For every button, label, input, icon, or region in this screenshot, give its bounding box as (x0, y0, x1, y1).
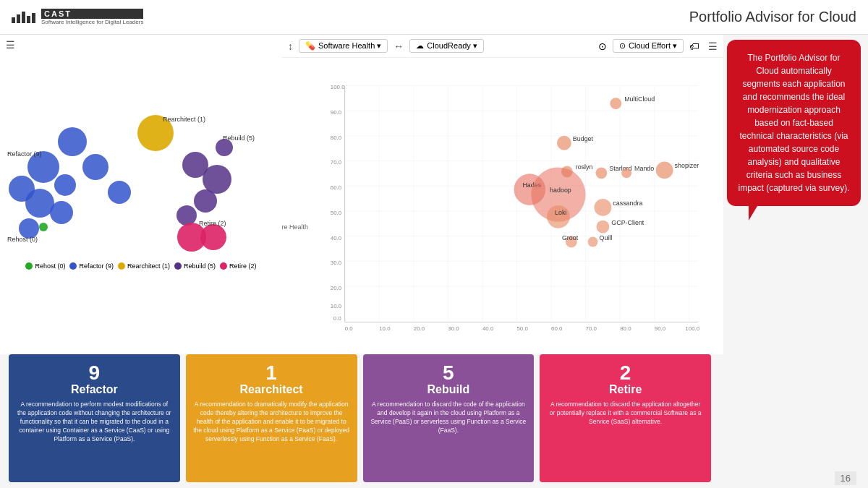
svg-text:cassandra: cassandra (613, 200, 642, 207)
card-refactor: 9 Refactor A recommendation to perform m… (9, 354, 180, 482)
card-rearchitect-number: 1 (265, 363, 277, 383)
svg-text:MultiCloud: MultiCloud (624, 95, 655, 103)
legend-rebuild: Rebuild (5) (174, 262, 216, 270)
cast-logo: CAST (41, 9, 143, 19)
svg-text:Loki: Loki (555, 209, 566, 216)
svg-text:10.0: 10.0 (331, 303, 342, 309)
legend-label-rehost: Rehost (0) (35, 262, 65, 270)
bubble-refactor-8 (9, 176, 35, 202)
svg-text:80.0: 80.0 (620, 325, 631, 332)
legend-rehost: Rehost (0) (25, 262, 65, 270)
bubble-refactor-2 (58, 127, 87, 156)
svg-text:30.0: 30.0 (448, 325, 459, 332)
tag-icon[interactable]: 🏷 (689, 40, 699, 52)
y-axis-label: Software Health (282, 223, 308, 231)
y-axis-arrow-icon: ↕ (288, 40, 293, 52)
svg-text:0.0: 0.0 (345, 325, 354, 332)
svg-text:30.0: 30.0 (331, 260, 342, 266)
svg-text:70.0: 70.0 (586, 325, 597, 332)
header: CAST Software Intelligence for Digital L… (0, 0, 868, 35)
logo-bars-icon (12, 12, 35, 23)
bar1 (12, 17, 15, 23)
left-panel-menu-icon[interactable]: ☰ (6, 39, 15, 51)
callout-box: The Portfolio Advisor for Cloud automati… (727, 40, 861, 206)
bubble-rebuild-3 (194, 189, 217, 213)
health-icon: 💊 (305, 41, 315, 51)
legend-refactor: Refactor (9) (69, 262, 114, 270)
scatter-mando (621, 168, 631, 178)
scatter-plot-area: Software Health 100.0 90.0 80.0 70.0 60.… (282, 58, 723, 350)
x-axis-arrow-icon: ↔ (393, 40, 404, 52)
svg-text:GCP-Client: GCP-Client (611, 219, 644, 226)
card-retire-title: Retire (609, 383, 642, 396)
scatter-budget (557, 136, 571, 150)
svg-text:40.0: 40.0 (482, 325, 494, 332)
svg-text:50.0: 50.0 (516, 325, 528, 332)
bubble-retire-2 (200, 224, 226, 250)
logo-area: CAST Software Intelligence for Digital L… (12, 9, 143, 25)
card-refactor-number: 9 (89, 363, 101, 383)
software-health-button[interactable]: 💊 Software Health ▾ (299, 39, 388, 53)
card-refactor-title: Refactor (71, 383, 118, 396)
label-rearchitect: Rearchitect (1) (163, 116, 205, 123)
svg-text:roslyn: roslyn (576, 163, 593, 171)
label-retire: Retire (2) (199, 220, 226, 227)
cast-tagline: Software Intelligence for Digital Leader… (41, 19, 143, 25)
legend-label-rearchitect: Rearchitect (1) (127, 262, 170, 270)
svg-text:Mando: Mando (634, 165, 654, 172)
card-rearchitect-desc: A recommendation to dramatically modify … (193, 401, 350, 443)
scatter-shopizer (656, 161, 673, 179)
bar5 (32, 13, 35, 23)
scatter-toolbar: ↕ 💊 Software Health ▾ ↔ ☁ CloudReady ▾ ⊙… (282, 35, 723, 58)
left-panel: ☰ Rearchit (0, 35, 282, 354)
svg-text:100.0: 100.0 (685, 325, 699, 332)
svg-text:shopizer: shopizer (675, 162, 699, 169)
svg-text:Quill: Quill (599, 234, 612, 241)
bubble-refactor-9 (108, 181, 131, 204)
bar2 (17, 14, 20, 23)
card-retire-number: 2 (620, 363, 631, 383)
cards-area: 9 Refactor A recommendation to perform m… (0, 354, 720, 488)
bar3 (22, 12, 25, 23)
card-rebuild-desc: A recommendation to discard the code of … (370, 401, 527, 435)
legend-dot-rebuild (174, 262, 182, 270)
label-rehost: Rehost (0) (7, 236, 38, 243)
svg-text:20.0: 20.0 (331, 285, 342, 291)
svg-text:Budget: Budget (573, 135, 594, 142)
legend-rearchitect: Rearchitect (1) (118, 262, 170, 270)
svg-text:hadoop: hadoop (550, 187, 571, 194)
card-refactor-desc: A recommendation to perform modest modif… (16, 401, 173, 443)
bubble-refactor-3 (82, 154, 109, 180)
svg-text:0.0: 0.0 (333, 316, 342, 322)
svg-text:90.0: 90.0 (655, 325, 666, 332)
card-rearchitect-title: Rearchitect (240, 383, 303, 396)
legend-dot-rearchitect (118, 262, 125, 270)
svg-text:80.0: 80.0 (331, 134, 342, 141)
target-icon: ⊙ (598, 40, 607, 52)
scatter-svg: 100.0 90.0 80.0 70.0 60.0 50.0 40.0 30.0… (315, 65, 716, 335)
scatter-gcp-client (596, 221, 609, 234)
cloud-effort-button[interactable]: ⊙ Cloud Effort ▾ (613, 39, 684, 53)
svg-text:20.0: 20.0 (414, 325, 425, 332)
cloudready-button[interactable]: ☁ CloudReady ▾ (409, 39, 484, 53)
svg-text:100.0: 100.0 (331, 84, 345, 90)
card-rebuild-number: 5 (443, 363, 454, 383)
svg-text:10.0: 10.0 (379, 325, 391, 332)
legend-dot-retire (220, 262, 227, 270)
bar4 (27, 16, 30, 23)
svg-text:60.0: 60.0 (331, 184, 342, 191)
cloud-icon: ☁ (416, 41, 424, 51)
legend-retire: Retire (2) (220, 262, 257, 270)
right-panel: ↕ 💊 Software Health ▾ ↔ ☁ CloudReady ▾ ⊙… (282, 35, 723, 354)
svg-text:50.0: 50.0 (331, 210, 342, 216)
card-retire: 2 Retire A recommendation to discard the… (540, 354, 711, 482)
page-number: 16 (835, 471, 856, 485)
card-rebuild: 5 Rebuild A recommendation to discard th… (363, 354, 535, 482)
scatter-quill (588, 237, 598, 247)
scatter-starlord (596, 167, 608, 179)
svg-text:60.0: 60.0 (551, 325, 563, 332)
right-menu-icon[interactable]: ☰ (708, 40, 718, 52)
chart-legend: Rehost (0) Refactor (9) Rearchitect (1) … (0, 262, 282, 270)
bubble-rehost-1 (39, 223, 48, 231)
legend-dot-refactor (69, 262, 77, 270)
